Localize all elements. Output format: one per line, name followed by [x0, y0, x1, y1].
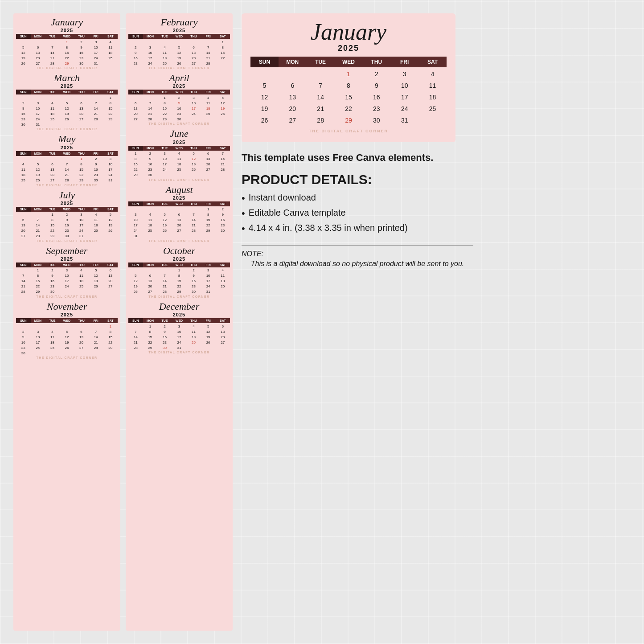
cal-day: 29 — [74, 178, 89, 183]
header-day: TUE — [157, 201, 172, 206]
cal-day: 11 — [172, 156, 187, 162]
cal-day: 17 — [201, 279, 216, 284]
cal-header: SUNMONTUEWEDTHUFRISAT — [16, 90, 118, 94]
large-header-day: SAT — [418, 57, 447, 67]
cal-day: 14 — [89, 106, 103, 111]
cal-day: 27 — [16, 234, 31, 239]
cal-day: 7 — [215, 151, 230, 156]
cal-day: 12 — [201, 329, 216, 334]
cal-day: 25 — [45, 116, 60, 122]
cal-day: 12 — [186, 156, 201, 162]
cal-day: 11 — [157, 50, 172, 55]
cal-day: 5 — [60, 100, 74, 106]
header-day: SUN — [16, 34, 31, 39]
cal-day: 9 — [16, 106, 31, 111]
cal-day: 25 — [201, 111, 216, 116]
cal-day: 16 — [45, 279, 60, 284]
cal-day: 6 — [74, 329, 89, 334]
cal-day — [31, 324, 45, 329]
cal-day — [45, 156, 60, 162]
header-day: WED — [172, 318, 187, 323]
cal-day: 1 — [172, 268, 187, 273]
cal-day: 28 — [128, 345, 143, 350]
cal-body: 1234567891011121314151617181920212223242… — [128, 207, 230, 239]
cal-day: 7 — [45, 45, 60, 50]
product-list-item: 4.14 x 4 in. (3.38 x 3.35 in when printe… — [242, 223, 473, 234]
cal-day: 9 — [157, 329, 172, 334]
large-month-title: January — [250, 21, 447, 44]
product-list-item: Instant download — [242, 193, 473, 204]
cal-day: 7 — [16, 273, 31, 279]
cal-day: 26 — [128, 289, 143, 295]
cal-day — [74, 289, 89, 295]
cal-day — [103, 289, 118, 295]
watermark: THE DIGITAL CRAFT CORNER — [128, 66, 230, 70]
cal-day: 30 — [45, 289, 60, 295]
cal-header: SUNMONTUEWEDTHUFRISAT — [128, 201, 230, 206]
watermark: THE DIGITAL CRAFT CORNER — [128, 122, 230, 125]
cal-day: 22 — [215, 55, 230, 61]
right-section: January 2025 SUNMONTUEWEDTHUFRISAT 12345… — [242, 13, 631, 631]
cal-day — [103, 61, 118, 66]
header-day: THU — [186, 263, 201, 267]
header-day: SAT — [103, 90, 118, 94]
cal-day: 20 — [31, 55, 45, 61]
header-day: SAT — [103, 207, 118, 212]
cal-day: 18 — [89, 223, 103, 228]
cal-day — [157, 268, 172, 273]
strip-2: February2025SUNMONTUEWEDTHUFRISAT1234567… — [126, 13, 233, 631]
cal-day: 3 — [31, 100, 45, 106]
header-day: SUN — [128, 34, 143, 39]
cal-day — [45, 122, 60, 127]
cal-day — [201, 39, 216, 45]
cal-day: 11 — [45, 334, 60, 340]
header-day: THU — [74, 151, 89, 156]
cal-day: 15 — [157, 106, 172, 111]
cal-day: 9 — [16, 334, 31, 340]
cal-day: 17 — [157, 162, 172, 167]
cal-day — [157, 39, 172, 45]
header-day: FRI — [201, 90, 216, 94]
cal-day: 13 — [186, 50, 201, 55]
cal-body: 1234567891011121314151617181920212223242… — [16, 212, 118, 239]
cal-day: 21 — [60, 172, 74, 178]
year-label: 2025 — [128, 139, 230, 145]
cal-day: 26 — [186, 167, 201, 172]
cal-day: 19 — [215, 106, 230, 111]
cal-day — [172, 207, 187, 212]
cal-day: 10 — [74, 217, 89, 223]
cal-day: 13 — [172, 217, 187, 223]
large-cal-day: 17 — [390, 91, 418, 103]
header-day: FRI — [201, 146, 216, 151]
cal-day: 3 — [157, 151, 172, 156]
large-cal-day: 23 — [362, 103, 390, 115]
cal-day: 16 — [172, 106, 187, 111]
cal-day: 14 — [128, 334, 143, 340]
cal-day — [186, 345, 201, 350]
cal-day: 15 — [45, 223, 60, 228]
cal-day: 25 — [89, 228, 103, 234]
header-day: THU — [74, 207, 89, 212]
cal-day: 2 — [143, 151, 158, 156]
cal-day — [172, 39, 187, 45]
cal-day: 29 — [31, 289, 45, 295]
header-day: THU — [186, 90, 201, 94]
cal-day: 27 — [103, 284, 118, 289]
cal-day: 31 — [74, 234, 89, 239]
cal-day: 16 — [128, 55, 143, 61]
cal-day: 9 — [186, 273, 201, 279]
cal-day — [60, 350, 74, 356]
cal-day: 19 — [172, 55, 187, 61]
header-day: TUE — [45, 90, 60, 94]
cal-day: 13 — [201, 156, 216, 162]
cal-day: 12 — [89, 273, 103, 279]
cal-body: 1234567891011121314151617181920212223242… — [128, 324, 230, 350]
cal-day: 23 — [157, 340, 172, 345]
cal-day: 8 — [103, 100, 118, 106]
header-day: TUE — [45, 263, 60, 267]
cal-day: 6 — [103, 268, 118, 273]
watermark: THE DIGITAL CRAFT CORNER — [128, 351, 230, 354]
cal-day: 22 — [103, 340, 118, 345]
cal-day: 10 — [172, 329, 187, 334]
cal-day — [215, 61, 230, 66]
